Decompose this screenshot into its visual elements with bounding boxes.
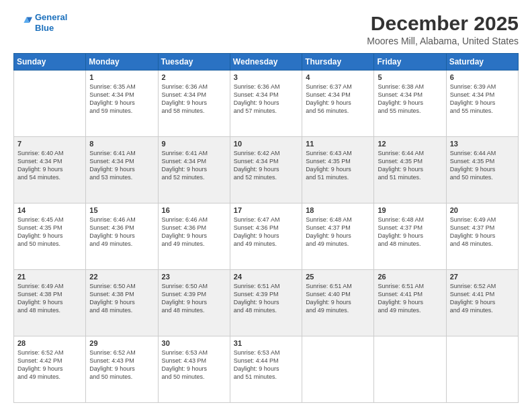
day-number: 23: [162, 273, 226, 281]
day-number: 10: [234, 140, 298, 148]
day-number: 21: [17, 273, 82, 281]
day-number: 19: [378, 206, 442, 214]
day-number: 5: [378, 73, 442, 81]
day-info: Sunrise: 6:47 AMSunset: 4:36 PMDaylight:…: [234, 216, 298, 248]
day-number: 28: [17, 339, 82, 347]
day-number: 18: [306, 206, 370, 214]
calendar-cell: 8Sunrise: 6:41 AMSunset: 4:34 PMDaylight…: [86, 137, 158, 203]
day-info: Sunrise: 6:45 AMSunset: 4:35 PMDaylight:…: [17, 216, 82, 248]
calendar-header-monday: Monday: [86, 54, 158, 71]
calendar-cell: 6Sunrise: 6:39 AMSunset: 4:34 PMDaylight…: [446, 71, 518, 137]
calendar-header-saturday: Saturday: [446, 54, 518, 71]
calendar-header-thursday: Thursday: [302, 54, 374, 71]
calendar-cell: 25Sunrise: 6:51 AMSunset: 4:40 PMDayligh…: [302, 270, 374, 336]
day-info: Sunrise: 6:51 AMSunset: 4:40 PMDaylight:…: [306, 282, 370, 315]
day-info: Sunrise: 6:35 AMSunset: 4:34 PMDaylight:…: [89, 83, 154, 116]
logo-line2: Blue: [35, 23, 54, 33]
day-number: 27: [450, 273, 515, 281]
day-number: 29: [89, 339, 154, 347]
calendar-cell: 11Sunrise: 6:43 AMSunset: 4:35 PMDayligh…: [302, 137, 374, 203]
calendar-week-row: 1Sunrise: 6:35 AMSunset: 4:34 PMDaylight…: [14, 71, 519, 137]
day-number: 14: [17, 206, 82, 214]
calendar-cell: 28Sunrise: 6:52 AMSunset: 4:42 PMDayligh…: [14, 336, 86, 403]
day-info: Sunrise: 6:50 AMSunset: 4:38 PMDaylight:…: [89, 282, 154, 315]
day-info: Sunrise: 6:46 AMSunset: 4:36 PMDaylight:…: [89, 216, 154, 248]
calendar-cell: 14Sunrise: 6:45 AMSunset: 4:35 PMDayligh…: [14, 203, 86, 270]
day-number: 24: [234, 273, 298, 281]
day-number: 15: [89, 206, 154, 214]
calendar-cell: 29Sunrise: 6:52 AMSunset: 4:43 PMDayligh…: [86, 336, 158, 403]
logo-text: General Blue: [35, 12, 67, 33]
calendar-cell: 9Sunrise: 6:41 AMSunset: 4:34 PMDaylight…: [158, 137, 230, 203]
calendar-cell: 17Sunrise: 6:47 AMSunset: 4:36 PMDayligh…: [230, 203, 302, 270]
day-number: 20: [450, 206, 515, 214]
calendar-header-sunday: Sunday: [14, 54, 86, 71]
calendar-week-row: 21Sunrise: 6:49 AMSunset: 4:38 PMDayligh…: [14, 270, 519, 336]
calendar-cell: 16Sunrise: 6:46 AMSunset: 4:36 PMDayligh…: [158, 203, 230, 270]
day-info: Sunrise: 6:51 AMSunset: 4:41 PMDaylight:…: [378, 282, 442, 315]
calendar-cell: 4Sunrise: 6:37 AMSunset: 4:34 PMDaylight…: [302, 71, 374, 137]
day-number: 8: [89, 140, 154, 148]
day-info: Sunrise: 6:52 AMSunset: 4:41 PMDaylight:…: [450, 282, 515, 315]
calendar-cell: 21Sunrise: 6:49 AMSunset: 4:38 PMDayligh…: [14, 270, 86, 336]
day-info: Sunrise: 6:48 AMSunset: 4:37 PMDaylight:…: [306, 216, 370, 248]
day-info: Sunrise: 6:37 AMSunset: 4:34 PMDaylight:…: [306, 83, 370, 116]
day-info: Sunrise: 6:41 AMSunset: 4:34 PMDaylight:…: [89, 149, 154, 182]
calendar-cell: 3Sunrise: 6:36 AMSunset: 4:34 PMDaylight…: [230, 71, 302, 137]
day-info: Sunrise: 6:36 AMSunset: 4:34 PMDaylight:…: [234, 83, 298, 116]
calendar-cell: [302, 336, 374, 403]
day-number: 31: [234, 339, 298, 347]
day-info: Sunrise: 6:38 AMSunset: 4:34 PMDaylight:…: [378, 83, 442, 116]
logo: General Blue: [13, 12, 67, 33]
day-info: Sunrise: 6:41 AMSunset: 4:34 PMDaylight:…: [162, 149, 226, 182]
calendar-cell: 31Sunrise: 6:53 AMSunset: 4:44 PMDayligh…: [230, 336, 302, 403]
calendar-cell: 15Sunrise: 6:46 AMSunset: 4:36 PMDayligh…: [86, 203, 158, 270]
day-number: 6: [450, 73, 515, 81]
day-number: 13: [450, 140, 515, 148]
calendar-cell: 27Sunrise: 6:52 AMSunset: 4:41 PMDayligh…: [446, 270, 518, 336]
calendar-week-row: 14Sunrise: 6:45 AMSunset: 4:35 PMDayligh…: [14, 203, 519, 270]
calendar-cell: 20Sunrise: 6:49 AMSunset: 4:37 PMDayligh…: [446, 203, 518, 270]
calendar-cell: [374, 336, 446, 403]
day-number: 16: [162, 206, 226, 214]
calendar-cell: 18Sunrise: 6:48 AMSunset: 4:37 PMDayligh…: [302, 203, 374, 270]
calendar-cell: [14, 71, 86, 137]
day-number: 2: [162, 73, 226, 81]
day-number: 26: [378, 273, 442, 281]
day-number: 11: [306, 140, 370, 148]
header: General Blue December 2025 Moores Mill, …: [13, 12, 519, 46]
calendar-cell: 5Sunrise: 6:38 AMSunset: 4:34 PMDaylight…: [374, 71, 446, 137]
title-block: December 2025 Moores Mill, Alabama, Unit…: [367, 12, 519, 46]
day-info: Sunrise: 6:42 AMSunset: 4:34 PMDaylight:…: [234, 149, 298, 182]
day-info: Sunrise: 6:52 AMSunset: 4:42 PMDaylight:…: [17, 349, 82, 381]
calendar-cell: 26Sunrise: 6:51 AMSunset: 4:41 PMDayligh…: [374, 270, 446, 336]
calendar-cell: 23Sunrise: 6:50 AMSunset: 4:39 PMDayligh…: [158, 270, 230, 336]
calendar-cell: 1Sunrise: 6:35 AMSunset: 4:34 PMDaylight…: [86, 71, 158, 137]
calendar-table: SundayMondayTuesdayWednesdayThursdayFrid…: [13, 53, 519, 403]
day-info: Sunrise: 6:39 AMSunset: 4:34 PMDaylight:…: [450, 83, 515, 116]
day-number: 17: [234, 206, 298, 214]
calendar-header-row: SundayMondayTuesdayWednesdayThursdayFrid…: [14, 54, 519, 71]
page: General Blue December 2025 Moores Mill, …: [0, 0, 532, 411]
day-info: Sunrise: 6:49 AMSunset: 4:37 PMDaylight:…: [450, 216, 515, 248]
day-number: 4: [306, 73, 370, 81]
logo-icon: [13, 13, 32, 32]
day-info: Sunrise: 6:50 AMSunset: 4:39 PMDaylight:…: [162, 282, 226, 315]
day-number: 22: [89, 273, 154, 281]
day-number: 30: [162, 339, 226, 347]
day-info: Sunrise: 6:48 AMSunset: 4:37 PMDaylight:…: [378, 216, 442, 248]
day-info: Sunrise: 6:40 AMSunset: 4:34 PMDaylight:…: [17, 149, 82, 182]
calendar-cell: 12Sunrise: 6:44 AMSunset: 4:35 PMDayligh…: [374, 137, 446, 203]
calendar-cell: 19Sunrise: 6:48 AMSunset: 4:37 PMDayligh…: [374, 203, 446, 270]
calendar-cell: 10Sunrise: 6:42 AMSunset: 4:34 PMDayligh…: [230, 137, 302, 203]
day-info: Sunrise: 6:36 AMSunset: 4:34 PMDaylight:…: [162, 83, 226, 116]
calendar-cell: 30Sunrise: 6:53 AMSunset: 4:43 PMDayligh…: [158, 336, 230, 403]
day-info: Sunrise: 6:51 AMSunset: 4:39 PMDaylight:…: [234, 282, 298, 315]
day-number: 3: [234, 73, 298, 81]
calendar-header-wednesday: Wednesday: [230, 54, 302, 71]
day-info: Sunrise: 6:53 AMSunset: 4:44 PMDaylight:…: [234, 349, 298, 381]
day-number: 12: [378, 140, 442, 148]
day-info: Sunrise: 6:43 AMSunset: 4:35 PMDaylight:…: [306, 149, 370, 182]
day-info: Sunrise: 6:52 AMSunset: 4:43 PMDaylight:…: [89, 349, 154, 381]
calendar-week-row: 28Sunrise: 6:52 AMSunset: 4:42 PMDayligh…: [14, 336, 519, 403]
